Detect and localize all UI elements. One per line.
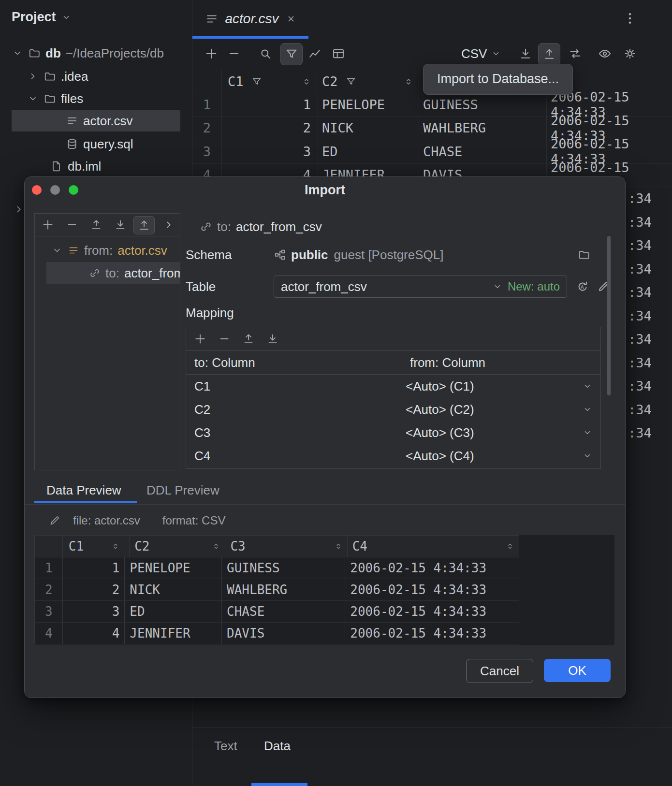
cell-c2[interactable]: NICK (318, 116, 419, 140)
mapping-from-select[interactable]: <Auto> (C2) (401, 398, 600, 421)
ok-button[interactable]: OK (544, 659, 611, 682)
tab-data-preview[interactable]: Data Preview (46, 483, 121, 498)
move-column-down-button[interactable] (265, 332, 280, 346)
cell-c1[interactable]: 1 (222, 93, 318, 116)
add-mapping-button[interactable] (41, 218, 55, 232)
grid-header-c1[interactable]: C1 (222, 70, 317, 93)
format-selector[interactable]: CSV (461, 44, 501, 63)
chevron-down-icon[interactable] (27, 93, 39, 104)
expand-panel-button[interactable] (161, 218, 176, 232)
schema-name[interactable]: public (291, 247, 328, 262)
table-name-input[interactable]: actor_from_csv New: auto (274, 276, 567, 298)
move-down-button[interactable] (113, 218, 128, 232)
settings-button[interactable] (620, 44, 640, 63)
delete-row-button[interactable] (224, 44, 244, 63)
chevron-down-icon[interactable] (492, 281, 503, 292)
source-tree-from-row[interactable]: from: actor.csv (35, 240, 180, 261)
mapping-row[interactable]: C3 <Auto> (C3) (186, 421, 600, 444)
move-column-up-button[interactable] (241, 332, 256, 346)
tab-ddl-preview[interactable]: DDL Preview (146, 483, 219, 498)
tree-item-db-root[interactable]: db ~/IdeaProjects/db (12, 43, 180, 64)
preview-header-c4[interactable]: C4 (348, 536, 519, 557)
tree-item-files[interactable]: files (12, 88, 180, 109)
tree-item-label: .idea (61, 69, 88, 84)
cell-c1[interactable]: 2 (222, 116, 318, 140)
mapping-from-header: from: Column (401, 351, 600, 374)
auto-rename-icon[interactable] (576, 280, 589, 293)
sort-icon[interactable] (211, 541, 221, 551)
chart-view-button[interactable] (305, 44, 324, 63)
edit-pencil-icon[interactable] (49, 515, 60, 526)
remove-column-button[interactable] (217, 332, 232, 346)
editor-kebab-menu[interactable] (622, 11, 638, 26)
view-options-button[interactable] (595, 44, 614, 63)
tree-item-label: query.sql (83, 137, 133, 152)
tab-data[interactable]: Data (264, 739, 291, 754)
cell-c2[interactable]: ED (318, 140, 419, 163)
preview-row[interactable]: 3 3 ED CHASE 2006-02-15 4:34:33 (35, 601, 519, 623)
mapping-row[interactable]: C2 <Auto> (C2) (186, 398, 600, 421)
row-tail-fragment: :34 (628, 422, 652, 445)
add-row-button[interactable] (202, 44, 221, 63)
browse-folder-icon[interactable] (578, 248, 590, 261)
remove-mapping-button[interactable] (65, 218, 79, 232)
preview-header-c2[interactable]: C2 (130, 536, 225, 557)
project-panel-header[interactable]: Project (12, 10, 72, 25)
sync-selection-button-active[interactable] (133, 216, 155, 234)
chevron-down-icon[interactable] (51, 245, 63, 256)
sort-icon[interactable] (111, 541, 120, 551)
tree-item-idea[interactable]: .idea (12, 66, 180, 87)
export-data-button[interactable] (516, 44, 535, 63)
chevron-down-icon[interactable] (582, 404, 593, 415)
tree-item-query-sql[interactable]: query.sql (12, 133, 180, 155)
source-tree-to-row[interactable]: to: actor_from (46, 262, 180, 284)
preview-header-c1[interactable]: C1 (63, 536, 130, 557)
tree-item-actor-csv[interactable]: actor.csv (12, 110, 180, 131)
column-filter-icon[interactable] (251, 76, 262, 87)
tab-text[interactable]: Text (214, 739, 237, 754)
column-filter-icon[interactable] (346, 76, 356, 87)
grid-corner-cell (192, 70, 222, 93)
move-up-button[interactable] (89, 218, 103, 232)
sort-icon[interactable] (334, 541, 343, 551)
mapping-from-select[interactable]: <Auto> (C4) (401, 444, 600, 467)
csv-file-icon (68, 245, 79, 256)
transpose-button[interactable] (566, 44, 585, 63)
search-button[interactable] (256, 44, 275, 63)
filter-button-active[interactable] (280, 43, 303, 65)
chevron-down-icon[interactable] (12, 47, 23, 59)
sort-icon[interactable] (301, 76, 312, 87)
target-label: to: (217, 219, 231, 234)
chevron-down-icon[interactable] (582, 451, 593, 461)
chevron-down-icon[interactable] (582, 427, 593, 438)
add-column-button[interactable] (193, 332, 207, 346)
row-number: 3 (35, 601, 63, 622)
import-dialog: Import from: actor.csv to: actor_from (24, 176, 626, 698)
tab-actor-csv[interactable]: actor.csv (192, 0, 308, 38)
table-view-button[interactable] (329, 44, 348, 63)
preview-header-c3[interactable]: C3 (225, 536, 347, 557)
close-icon[interactable] (286, 14, 296, 24)
cell-c2[interactable]: PENELOPE (318, 93, 419, 116)
chevron-down-icon[interactable] (582, 381, 593, 392)
sort-icon[interactable] (505, 541, 515, 551)
preview-row[interactable]: 2 2 NICK WAHLBERG 2006-02-15 4:34:33 (35, 579, 519, 601)
sort-icon[interactable] (403, 76, 414, 87)
grid-header-c2[interactable]: C2 (317, 70, 419, 93)
cancel-button[interactable]: Cancel (466, 659, 533, 683)
tree-item-db-iml[interactable]: db.iml (12, 156, 180, 177)
cell-c3[interactable]: GUINESS (419, 93, 547, 116)
cell-c1[interactable]: 3 (222, 140, 318, 163)
cell-c3[interactable]: CHASE (419, 140, 547, 163)
import-to-database-button[interactable] (538, 43, 560, 65)
mapping-from-select[interactable]: <Auto> (C1) (401, 375, 600, 398)
cell-c3[interactable]: WAHLBERG (419, 116, 547, 140)
preview-row[interactable]: 4 4 JENNIFER DAVIS 2006-02-15 4:34:33 (35, 623, 519, 644)
mapping-row[interactable]: C1 <Auto> (C1) (186, 375, 600, 398)
chevron-right-icon[interactable] (27, 71, 39, 82)
mapping-from-select[interactable]: <Auto> (C3) (401, 421, 600, 444)
mapping-row[interactable]: C4 <Auto> (C4) (186, 444, 600, 467)
preview-row[interactable]: 1 1 PENELOPE GUINESS 2006-02-15 4:34:33 (35, 557, 519, 579)
scrollbar[interactable] (607, 236, 611, 395)
panel-expand-chevron[interactable] (13, 203, 25, 216)
